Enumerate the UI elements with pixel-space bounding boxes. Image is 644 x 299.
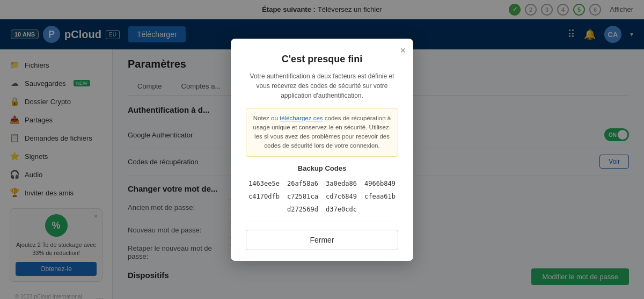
backup-codes-title: Backup Codes (246, 164, 398, 172)
backup-code-6: c72581ca (284, 192, 321, 201)
backup-code-8: cfeaa61b (362, 192, 398, 201)
backup-code-3: 3a0eda86 (323, 179, 360, 188)
modal-title: C'est presque fini (246, 54, 398, 65)
backup-code-2: 26af58a6 (284, 179, 321, 188)
fermer-button[interactable]: Fermer (246, 230, 398, 250)
modal-notice: Notez ou téléchargez ces codes de récupé… (246, 108, 398, 157)
modal-divider (246, 222, 398, 222)
modal-overlay: × C'est presque fini Votre authentificat… (0, 0, 644, 299)
backup-code-4: 4966b849 (362, 179, 398, 188)
backup-code-7: cd7c6849 (323, 192, 360, 201)
backup-code-5: c4170dfb (246, 192, 282, 201)
backup-codes-grid: 1463ee5e 26af58a6 3a0eda86 4966b849 c417… (246, 179, 398, 214)
modal: × C'est presque fini Votre authentificat… (231, 39, 413, 261)
telecharger-link[interactable]: téléchargez ces (280, 115, 323, 121)
backup-code-11: d37e0cdc (323, 205, 360, 214)
backup-code-10: d272569d (284, 205, 321, 214)
backup-code-9 (246, 205, 282, 214)
backup-code-1: 1463ee5e (246, 179, 282, 188)
modal-desc: Votre authentification à deux facteurs e… (246, 71, 398, 100)
modal-close-button[interactable]: × (400, 45, 406, 56)
backup-code-12 (362, 205, 398, 214)
